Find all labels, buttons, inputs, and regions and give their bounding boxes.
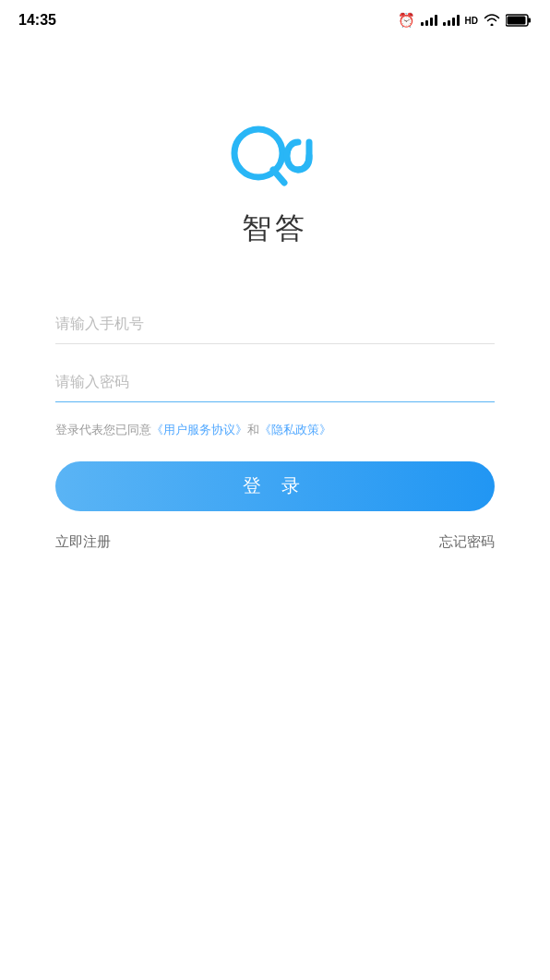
agreement-text: 登录代表您已同意《用户服务协议》和《隐私政策》	[55, 421, 495, 439]
forgot-password-link[interactable]: 忘记密码	[439, 533, 495, 551]
agreement-link-privacy[interactable]: 《隐私政策》	[259, 423, 331, 436]
status-icons: ⏰ HD	[398, 12, 532, 29]
register-link[interactable]: 立即注册	[55, 533, 111, 551]
status-time: 14:35	[18, 12, 56, 29]
phone-input-group	[55, 305, 495, 344]
password-input[interactable]	[55, 363, 495, 402]
agreement-link-service[interactable]: 《用户服务协议》	[151, 423, 247, 436]
bottom-links: 立即注册 忘记密码	[55, 533, 495, 551]
agreement-middle: 和	[247, 423, 259, 436]
logo-area: 智答	[210, 114, 340, 249]
wifi-icon	[484, 13, 500, 29]
password-input-group	[55, 363, 495, 402]
app-name: 智答	[242, 209, 308, 249]
agreement-prefix: 登录代表您已同意	[55, 423, 151, 436]
svg-line-4	[273, 170, 284, 183]
svg-rect-1	[528, 18, 531, 23]
main-content: 智答 登录代表您已同意《用户服务协议》和《隐私政策》 登 录 立即注册 忘记密码	[0, 41, 550, 551]
hd-signal-icon	[443, 15, 460, 26]
status-bar: 14:35 ⏰ HD	[0, 0, 550, 41]
phone-input[interactable]	[55, 305, 495, 344]
svg-rect-2	[508, 17, 526, 25]
hd-label: HD	[465, 16, 478, 26]
form-area: 登录代表您已同意《用户服务协议》和《隐私政策》 登 录 立即注册 忘记密码	[55, 305, 495, 551]
alarm-icon: ⏰	[398, 12, 415, 29]
app-logo	[210, 114, 340, 197]
login-button[interactable]: 登 录	[55, 461, 495, 511]
battery-icon	[506, 14, 532, 27]
signal-icon	[421, 15, 437, 26]
